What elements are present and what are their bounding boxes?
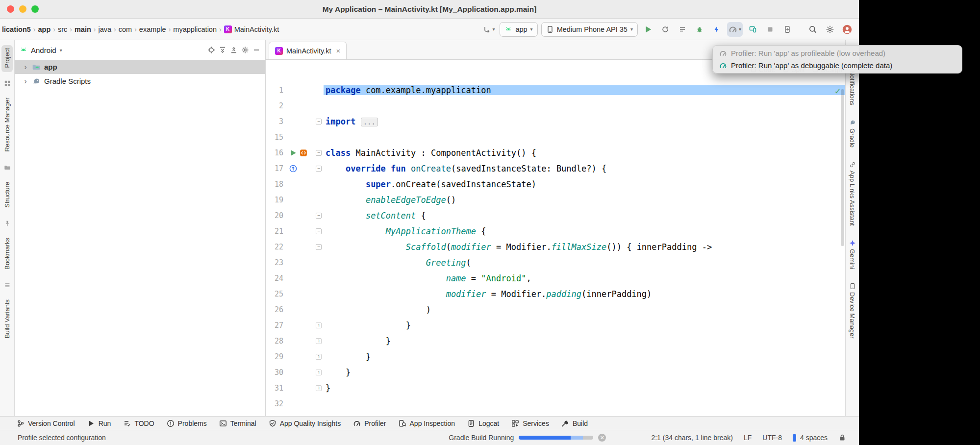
tool-button-run[interactable]: Run	[87, 420, 111, 427]
code-text[interactable]: )	[324, 305, 431, 315]
lock-icon[interactable]	[838, 434, 846, 442]
left-stripe-item-structure[interactable]: Structure	[1, 179, 13, 212]
apply-changes-button[interactable]	[710, 22, 724, 37]
left-stripe-item-bookmarks[interactable]: Bookmarks	[1, 235, 13, 274]
left-stripe-pin-icon[interactable]	[4, 220, 11, 227]
code-text[interactable]: }	[324, 368, 351, 377]
tool-button-build[interactable]: Build	[561, 420, 588, 427]
minimize-window-button[interactable]	[19, 5, 26, 13]
cancel-build-icon[interactable]: ✕	[598, 434, 606, 442]
tool-button-problems[interactable]: Problems	[167, 420, 207, 427]
line-separator-widget[interactable]: LF	[744, 434, 752, 442]
chevron-right-icon[interactable]: ›	[23, 63, 28, 72]
code-text[interactable]: }	[324, 336, 391, 346]
tree-item-app[interactable]: ›app	[15, 60, 265, 74]
code-text[interactable]: modifier = Modifier.padding(innerPadding…	[324, 289, 652, 299]
inspections-ok-icon[interactable]: ✓	[834, 86, 841, 97]
device-mirror-button[interactable]	[780, 22, 794, 37]
profiler-popup-item-profileable[interactable]: Profiler: Run 'app' as profileable (low …	[716, 47, 959, 59]
encoding-widget[interactable]: UTF-8	[762, 434, 782, 442]
run-gutter-icon[interactable]	[289, 149, 297, 157]
left-stripe-item-resource-manager[interactable]: Resource Manager	[1, 95, 13, 156]
left-stripe-grid-icon[interactable]	[4, 80, 11, 87]
caret-position-widget[interactable]: 2:1 (34 chars, 1 line break)	[651, 434, 733, 442]
code-text[interactable]: override fun onCreate(savedInstanceState…	[324, 164, 606, 173]
compose-gutter-icon[interactable]	[300, 149, 307, 157]
run-button[interactable]	[641, 22, 655, 37]
code-text[interactable]: name = "Android",	[324, 273, 531, 283]
fold-marker[interactable]: −	[314, 213, 324, 219]
tool-button-todo[interactable]: TODO	[123, 420, 154, 427]
maximize-window-button[interactable]	[31, 5, 39, 13]
fold-marker[interactable]: ⌐	[314, 354, 324, 360]
right-stripe-item-app-links-assistant[interactable]: App Links Assistant	[849, 161, 856, 226]
debug-button[interactable]	[693, 22, 706, 37]
right-stripe-item-device-manager[interactable]: Device Manager	[849, 283, 856, 339]
editor-scrollbar[interactable]	[841, 89, 844, 246]
right-stripe-item-notifications[interactable]: Notifications	[849, 71, 856, 105]
indent-widget[interactable]: 4 spaces	[800, 434, 828, 442]
build-menu-button[interactable]	[676, 22, 689, 37]
fold-marker[interactable]: −	[314, 244, 324, 250]
override-gutter-icon[interactable]	[289, 165, 297, 173]
code-text[interactable]: class MainActivity : ComponentActivity()…	[324, 148, 536, 158]
code-text[interactable]: Scaffold(modifier = Modifier.fillMaxSize…	[324, 242, 712, 252]
tool-button-terminal[interactable]: Terminal	[219, 420, 256, 427]
device-select[interactable]: Medium Phone API 35 ▾	[541, 22, 638, 37]
project-view-selector[interactable]: Android	[31, 46, 56, 54]
search-everywhere-button[interactable]	[806, 22, 820, 37]
running-devices-button[interactable]	[746, 22, 760, 37]
breadcrumb-item-example[interactable]: example	[139, 25, 166, 33]
chevron-right-icon[interactable]: ›	[23, 77, 28, 86]
tool-button-services[interactable]: Services	[511, 420, 549, 427]
locate-file-icon[interactable]	[207, 46, 215, 54]
left-stripe-folder-icon[interactable]	[4, 164, 11, 171]
code-text[interactable]: }	[324, 383, 330, 393]
code-text[interactable]: }	[324, 352, 371, 362]
fold-marker[interactable]: −	[314, 166, 324, 172]
editor-tab-mainactivity[interactable]: K MainActivity.kt ×	[269, 42, 347, 59]
breadcrumb-item-src[interactable]: src	[58, 25, 67, 33]
code-text[interactable]: setContent {	[324, 211, 426, 221]
stop-button[interactable]	[763, 22, 777, 37]
breadcrumb-item-mainactivity-kt[interactable]: KMainActivity.kt	[224, 25, 279, 33]
code-text[interactable]: import ...	[324, 117, 378, 126]
profiler-popup-item-debuggable[interactable]: Profiler: Run 'app' as debuggable (compl…	[716, 59, 959, 72]
fold-marker[interactable]: −	[314, 150, 324, 156]
fold-marker[interactable]: ⌐	[314, 385, 324, 391]
code-text[interactable]: }	[324, 321, 411, 330]
collapse-all-icon[interactable]	[230, 46, 238, 54]
breadcrumb-item-app[interactable]: app	[38, 25, 51, 33]
settings-button[interactable]	[823, 22, 837, 37]
profile-avatar[interactable]	[840, 22, 854, 37]
code-text[interactable]: MyApplicationTheme {	[324, 226, 486, 236]
breadcrumb-item-myapplication[interactable]: myapplication	[173, 25, 217, 33]
left-stripe-item-build-variants[interactable]: Build Variants	[1, 297, 13, 343]
sync-button[interactable]	[658, 22, 672, 37]
fold-marker[interactable]: ⌐	[314, 338, 324, 344]
tree-item-gradle-scripts[interactable]: ›Gradle Scripts	[15, 74, 265, 88]
close-tab-icon[interactable]: ×	[336, 47, 341, 55]
expand-all-icon[interactable]	[219, 46, 226, 54]
fold-marker[interactable]: ⌐	[314, 322, 324, 328]
right-stripe-item-gemini[interactable]: Gemini	[849, 240, 856, 269]
code-text[interactable]: package com.example.myapplication	[324, 85, 845, 95]
panel-settings-icon[interactable]	[241, 46, 249, 54]
code-text[interactable]: enableEdgeToEdge()	[324, 195, 456, 205]
code-text[interactable]: Greeting(	[324, 258, 471, 268]
profiler-run-button[interactable]: ▾	[727, 22, 743, 37]
fold-marker[interactable]: ⌐	[314, 370, 324, 375]
tool-button-logcat[interactable]: Logcat	[467, 420, 499, 427]
tool-button-app-quality-insights[interactable]: App Quality Insights	[269, 420, 341, 427]
code-text[interactable]: super.onCreate(savedInstanceState)	[324, 179, 536, 189]
breadcrumb-item-main[interactable]: main	[75, 25, 91, 33]
right-stripe-item-gradle[interactable]: Gradle	[849, 119, 856, 148]
tool-button-profiler[interactable]: Profiler	[353, 420, 386, 427]
fold-marker[interactable]: −	[314, 119, 324, 124]
tool-button-app-inspection[interactable]: App Inspection	[399, 420, 455, 427]
breadcrumb-item-com[interactable]: com	[119, 25, 132, 33]
tool-button-version-control[interactable]: Version Control	[17, 420, 75, 427]
left-stripe-list2-icon[interactable]	[4, 282, 11, 289]
run-configuration-select[interactable]: app ▾	[500, 22, 537, 37]
close-window-button[interactable]	[7, 5, 14, 13]
